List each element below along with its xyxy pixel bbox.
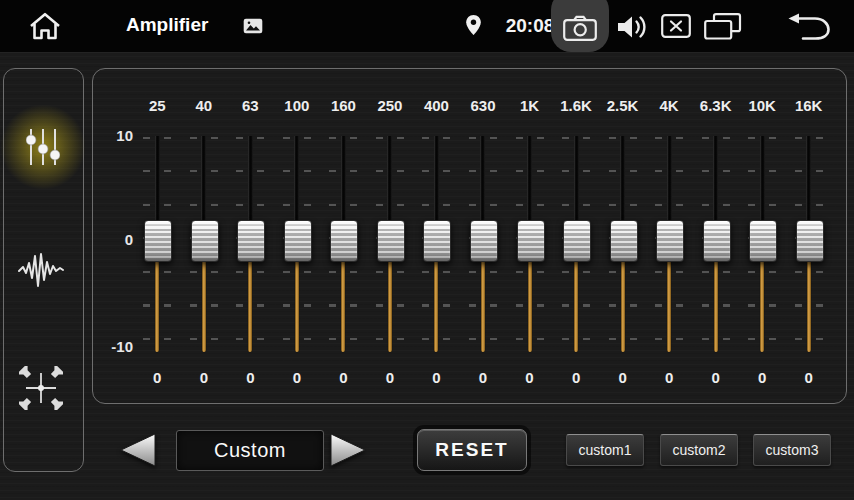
gallery-icon [243,18,263,34]
next-arrow-icon [330,433,366,467]
band-value: 0 [274,369,321,386]
scale-label-min: -10 [95,338,133,355]
slider-knob[interactable] [517,220,545,262]
location-indicator [465,14,482,36]
slider-knob[interactable] [377,220,405,262]
band-value: 0 [785,369,832,386]
slider-knob[interactable] [796,220,824,262]
recent-apps-icon [704,13,742,40]
slider-knob[interactable] [563,220,591,262]
slider-knob[interactable] [423,220,451,262]
sidebar [3,68,84,472]
eq-band-63: 630 [227,69,274,403]
sidebar-item-equalizer[interactable] [26,127,60,167]
slider-knob[interactable] [191,220,219,262]
preset-next-button[interactable] [330,433,366,467]
camera-icon [563,15,597,41]
close-window-button[interactable] [661,14,691,38]
page-title: Amplifier [126,14,208,36]
band-frequency-label: 1.6K [553,97,600,114]
custom1-button-label: custom1 [579,442,632,458]
eq-band-250: 2500 [367,69,414,403]
band-frequency-label: 1K [506,97,553,114]
band-value: 0 [460,369,507,386]
band-value: 0 [134,369,181,386]
gallery-button[interactable] [243,18,263,34]
eq-band-1k: 1K0 [506,69,553,403]
band-value: 0 [506,369,553,386]
sidebar-item-sound-effect[interactable] [18,251,64,289]
slider-knob[interactable] [656,220,684,262]
slider-knob[interactable] [144,220,172,262]
band-value: 0 [599,369,646,386]
camera-button[interactable] [551,0,609,52]
band-value: 0 [227,369,274,386]
back-button[interactable] [786,13,832,41]
band-value: 0 [413,369,460,386]
equalizer-panel: 10 0 -10 250 400 630 1000 1600 2500 4000… [92,68,847,404]
band-value: 0 [692,369,739,386]
home-icon [28,11,62,41]
eq-band-10k: 10K0 [739,69,786,403]
slider-knob[interactable] [284,220,312,262]
band-value: 0 [739,369,786,386]
band-frequency-label: 630 [460,97,507,114]
custom2-button-label: custom2 [673,442,726,458]
eq-band-2.5k: 2.5K0 [599,69,646,403]
band-frequency-label: 4K [646,97,693,114]
volume-icon [616,13,650,41]
band-frequency-label: 160 [320,97,367,114]
eq-band-40: 400 [181,69,228,403]
band-value: 0 [553,369,600,386]
band-value: 0 [181,369,228,386]
custom3-button-label: custom3 [766,442,819,458]
recent-apps-button[interactable] [704,13,742,40]
eq-band-4k: 4K0 [646,69,693,403]
band-frequency-label: 10K [739,97,786,114]
band-value: 0 [320,369,367,386]
status-bar: Amplifier 20:08 [0,0,854,53]
equalizer-icon [26,127,60,167]
amplifier-screen: Amplifier 20:08 [0,0,854,500]
sound-wave-icon [18,251,64,289]
reset-button[interactable]: RESET [417,429,527,471]
home-button[interactable] [28,11,62,41]
eq-band-100: 1000 [274,69,321,403]
scale-label-max: 10 [95,127,133,144]
band-value: 0 [367,369,414,386]
custom1-button[interactable]: custom1 [566,434,644,466]
band-frequency-label: 40 [181,97,228,114]
slider-knob[interactable] [237,220,265,262]
band-frequency-label: 6.3K [692,97,739,114]
custom3-button[interactable]: custom3 [753,434,831,466]
eq-band-400: 4000 [413,69,460,403]
preset-name: Custom [214,439,286,462]
band-value: 0 [646,369,693,386]
eq-band-630: 6300 [460,69,507,403]
custom2-button[interactable]: custom2 [660,434,738,466]
prev-arrow-icon [120,433,156,467]
preset-display[interactable]: Custom [176,430,324,471]
eq-band-16k: 16K0 [785,69,832,403]
eq-band-6.3k: 6.3K0 [692,69,739,403]
eq-band-25: 250 [134,69,181,403]
slider-knob[interactable] [610,220,638,262]
slider-knob[interactable] [703,220,731,262]
eq-bands: 250 400 630 1000 1600 2500 4000 6300 1K0… [134,69,832,403]
eq-band-160: 1600 [320,69,367,403]
band-frequency-label: 400 [413,97,460,114]
scale-label-mid: 0 [95,231,133,248]
back-icon [786,13,832,41]
band-frequency-label: 2.5K [599,97,646,114]
slider-knob[interactable] [470,220,498,262]
eq-band-1.6k: 1.6K0 [553,69,600,403]
slider-knob[interactable] [330,220,358,262]
reset-button-label: RESET [435,439,508,461]
sidebar-item-fader-balance[interactable] [19,366,63,410]
band-frequency-label: 63 [227,97,274,114]
location-pin-icon [465,14,482,36]
slider-knob[interactable] [749,220,777,262]
preset-prev-button[interactable] [120,433,156,467]
band-frequency-label: 100 [274,97,321,114]
volume-button[interactable] [616,13,650,41]
